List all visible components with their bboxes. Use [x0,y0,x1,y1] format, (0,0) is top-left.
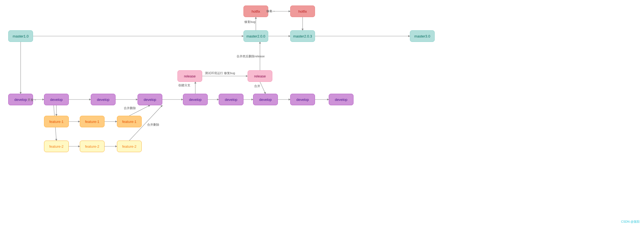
node-feature1b: feature-1 [80,116,105,127]
node-develop3: develop [91,94,116,105]
svg-line-18 [260,82,265,94]
node-master200: master2.0.0 [243,30,268,42]
label-hebingrealease: 合并然后删除release [237,54,265,58]
node-feature2b: feature-2 [80,141,105,152]
node-develop5: develop [183,94,208,105]
node-hotfix2: hotfix [290,6,315,17]
node-feature2a: feature-2 [44,141,69,152]
watermark: CSDN @落阳 [621,220,640,224]
label-cehuan: 测试环境运行 修复bug [205,71,235,75]
label-hebingshanchu: 合并删除 [124,106,136,110]
node-develop7: develop [253,94,278,105]
label-kaifa: 开发→ [28,98,37,102]
node-develop2: develop [44,94,69,105]
node-develop6: develop [219,94,243,105]
node-hotfix1: hotfix [243,6,268,17]
node-develop4: develop [138,94,162,105]
node-feature1a: feature-1 [44,116,69,127]
arrows-svg [0,0,644,226]
node-release2: release [248,70,272,82]
label-xiufu: 修复→ [266,9,275,13]
node-develop9: develop [329,94,353,105]
node-feature1c: feature-1 [117,116,142,127]
node-master203: master2.0.3 [290,30,315,42]
node-feature2c: feature-2 [117,141,142,152]
label-hebingshanchu2: 合并删除 [147,123,159,127]
node-master30: master3.0 [410,30,435,42]
label-hebing: 合并 [254,84,260,88]
node-develop8: develop [290,94,315,105]
label-fenzhichuangjian: 创建分支 [178,83,190,87]
diagram-container: master1.0 master2.0.0 master2.0.3 master… [0,0,644,226]
node-release1: release [177,70,202,82]
label-xiufubug: 修复bug [244,20,255,24]
node-master10: master1.0 [8,30,33,42]
